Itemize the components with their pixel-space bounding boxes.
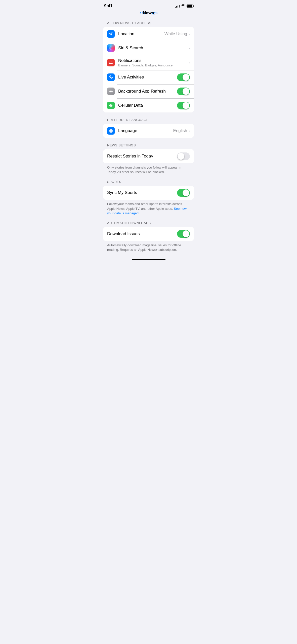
restrict-stories-right bbox=[177, 152, 190, 160]
notifications-sublabel: Banners, Sounds, Badges, Announce bbox=[118, 63, 189, 67]
language-icon bbox=[107, 127, 115, 135]
news-settings-card: Restrict Stories in Today bbox=[103, 149, 194, 163]
notifications-item[interactable]: Notifications Banners, Sounds, Badges, A… bbox=[103, 55, 194, 70]
language-value: English bbox=[173, 128, 187, 133]
sports-footer: Follow your teams and other sports inter… bbox=[103, 200, 194, 216]
status-icons bbox=[175, 4, 193, 8]
restrict-stories-label: Restrict Stories in Today bbox=[107, 154, 177, 159]
location-label: Location bbox=[118, 31, 164, 36]
allow-access-card: Location While Using › Siri & Search bbox=[103, 27, 194, 112]
siri-item[interactable]: Siri & Search › bbox=[103, 41, 194, 55]
location-item[interactable]: Location While Using › bbox=[103, 27, 194, 41]
svg-point-3 bbox=[110, 91, 111, 92]
svg-point-1 bbox=[110, 48, 111, 49]
language-content: Language bbox=[118, 128, 173, 133]
notifications-content: Notifications Banners, Sounds, Badges, A… bbox=[118, 58, 189, 67]
sync-sports-toggle[interactable] bbox=[177, 189, 190, 197]
news-settings-section: NEWS SETTINGS Restrict Stories in Today … bbox=[103, 143, 194, 174]
cellular-data-item: Cellular Data bbox=[103, 98, 194, 112]
background-refresh-right bbox=[177, 88, 190, 95]
sync-sports-item: Sync My Sports bbox=[103, 186, 194, 200]
live-activities-toggle[interactable] bbox=[177, 73, 190, 81]
allow-access-section: ALLOW NEWS TO ACCESS Location While Usin… bbox=[103, 21, 194, 112]
back-chevron-icon: ‹ bbox=[140, 10, 141, 16]
live-activities-content: Live Activities bbox=[118, 75, 177, 80]
svg-point-2 bbox=[110, 77, 112, 78]
page-title: News bbox=[143, 11, 154, 16]
live-activities-right bbox=[177, 73, 190, 81]
notifications-right: › bbox=[189, 61, 190, 65]
cellular-data-right bbox=[177, 102, 190, 109]
cellular-data-label: Cellular Data bbox=[118, 103, 177, 108]
sync-sports-content: Sync My Sports bbox=[107, 190, 177, 195]
language-label: Language bbox=[118, 128, 173, 133]
cellular-data-content: Cellular Data bbox=[118, 103, 177, 108]
language-item[interactable]: Language English › bbox=[103, 124, 194, 138]
location-icon bbox=[107, 30, 115, 38]
settings-content: ALLOW NEWS TO ACCESS Location While Usin… bbox=[99, 21, 198, 252]
preferred-language-header: PREFERRED LANGUAGE bbox=[103, 118, 194, 122]
home-bar bbox=[132, 259, 165, 260]
sports-card: Sync My Sports bbox=[103, 186, 194, 200]
siri-label: Siri & Search bbox=[118, 46, 189, 51]
restrict-stories-item: Restrict Stories in Today bbox=[103, 149, 194, 163]
allow-access-header: ALLOW NEWS TO ACCESS bbox=[103, 21, 194, 25]
location-chevron-icon: › bbox=[189, 32, 190, 36]
live-activities-icon bbox=[107, 73, 115, 81]
live-activities-item: Live Activities bbox=[103, 70, 194, 84]
siri-chevron-icon: › bbox=[189, 46, 190, 50]
background-refresh-toggle[interactable] bbox=[177, 88, 190, 95]
preferred-language-section: PREFERRED LANGUAGE Language English › bbox=[103, 118, 194, 138]
sports-header: SPORTS bbox=[103, 180, 194, 184]
home-indicator bbox=[99, 257, 198, 262]
battery-icon bbox=[187, 5, 193, 8]
notifications-chevron-icon: › bbox=[189, 61, 190, 65]
language-right: English › bbox=[173, 128, 190, 133]
auto-downloads-header: AUTOMATIC DOWNLOADS bbox=[103, 221, 194, 225]
location-content: Location bbox=[118, 31, 164, 36]
restrict-stories-content: Restrict Stories in Today bbox=[107, 154, 177, 159]
cellular-data-icon bbox=[107, 102, 115, 109]
nav-bar: ‹ Settings News bbox=[99, 11, 198, 16]
background-refresh-label: Background App Refresh bbox=[118, 89, 177, 94]
sync-sports-right bbox=[177, 189, 190, 197]
download-issues-label: Download Issues bbox=[107, 231, 177, 236]
language-chevron-icon: › bbox=[189, 129, 190, 133]
preferred-language-card: Language English › bbox=[103, 124, 194, 138]
siri-right: › bbox=[189, 46, 190, 50]
signal-icon bbox=[175, 5, 180, 8]
background-refresh-icon bbox=[107, 88, 115, 95]
download-issues-toggle[interactable] bbox=[177, 230, 190, 238]
auto-downloads-card: Download Issues bbox=[103, 227, 194, 241]
auto-downloads-section: AUTOMATIC DOWNLOADS Download Issues Auto… bbox=[103, 221, 194, 252]
notifications-label: Notifications bbox=[118, 58, 189, 63]
sync-sports-label: Sync My Sports bbox=[107, 190, 177, 195]
news-settings-header: NEWS SETTINGS bbox=[103, 143, 194, 147]
wifi-icon bbox=[181, 4, 185, 8]
live-activities-label: Live Activities bbox=[118, 75, 177, 80]
cellular-data-toggle[interactable] bbox=[177, 102, 190, 109]
location-right: While Using › bbox=[164, 31, 190, 36]
news-settings-footer: Only stories from channels you follow wi… bbox=[103, 163, 194, 174]
sports-section: SPORTS Sync My Sports Follow your teams … bbox=[103, 180, 194, 216]
download-issues-item: Download Issues bbox=[103, 227, 194, 241]
download-issues-right bbox=[177, 230, 190, 238]
status-time: 9:41 bbox=[104, 4, 112, 9]
notifications-icon bbox=[107, 59, 115, 66]
background-refresh-item: Background App Refresh bbox=[103, 84, 194, 98]
siri-content: Siri & Search bbox=[118, 46, 189, 51]
restrict-stories-toggle[interactable] bbox=[177, 152, 190, 160]
auto-downloads-footer: Automatically download magazine issues f… bbox=[103, 241, 194, 252]
status-bar: 9:41 bbox=[99, 0, 198, 11]
download-issues-content: Download Issues bbox=[107, 231, 177, 236]
background-refresh-content: Background App Refresh bbox=[118, 89, 177, 94]
siri-icon bbox=[107, 44, 115, 52]
location-value: While Using bbox=[164, 31, 187, 36]
